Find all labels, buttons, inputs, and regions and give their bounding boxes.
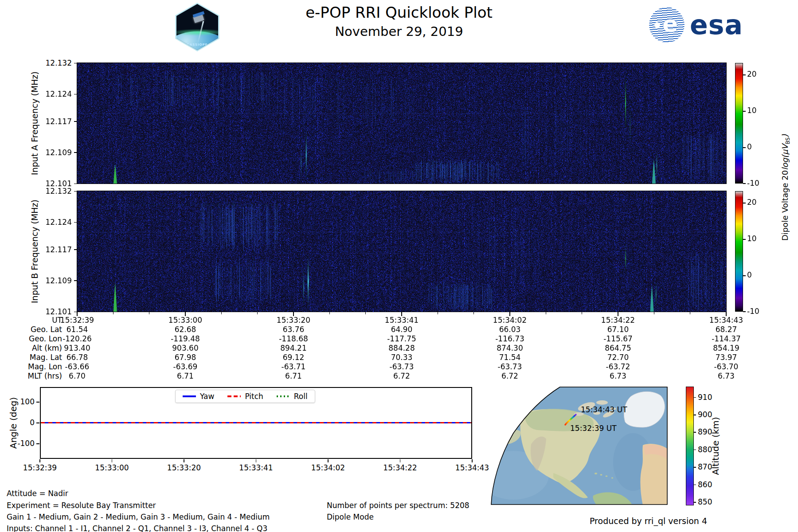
panel-b-frame [77, 191, 727, 312]
freq-tick-mark [74, 280, 77, 281]
legend-label: Pitch [245, 392, 263, 401]
page-title: e-POP RRI Quicklook Plot [305, 4, 493, 21]
table-cell: -116.73 [472, 334, 548, 343]
legend-item-yaw: Yaw [183, 392, 214, 401]
page-date: November 29, 2019 [335, 24, 463, 39]
alt-colorbar-tick-mark [694, 397, 696, 398]
table-cell: -115.67 [580, 334, 656, 343]
table-cell: 68.27 [688, 325, 764, 334]
table-cell: 874.30 [472, 344, 548, 352]
angle-time-tick-mark [328, 459, 329, 462]
footer-gains: Gain 1 - Medium, Gain 2 - Medium, Gain 3… [7, 512, 270, 521]
angle-time-tick-mark [112, 459, 113, 462]
track-end-label: 15:34:43 UT [581, 405, 627, 414]
table-cell: 63.76 [256, 325, 331, 334]
freq-tick-mark [74, 184, 77, 184]
patch-aurora [175, 29, 219, 36]
angle-time-tick-mark [400, 459, 401, 462]
table-cell: 15:32:39 [39, 316, 115, 325]
footer-experiment: Experiment = Resolute Bay Transmitter [7, 501, 156, 510]
table-cell: -63.70 [688, 362, 764, 371]
time-tick-mark [582, 312, 583, 314]
freq-tick-mark [74, 121, 77, 122]
map-carib-2 [600, 474, 602, 476]
angle-tick-mark [36, 443, 39, 444]
altitude-colorbar [686, 387, 694, 505]
legend-item-pitch: Pitch [227, 392, 263, 401]
colorbar-tick-mark [743, 311, 746, 312]
freq-tick-mark [74, 63, 77, 64]
angle-time-tick-mark [256, 459, 257, 462]
cassiope-mission-patch: CASSIOPE [174, 3, 221, 51]
time-tick-mark [438, 312, 438, 314]
table-cell: 66.03 [472, 325, 548, 334]
time-tick-mark [257, 312, 258, 314]
table-cell: 62.68 [148, 325, 223, 334]
alt-colorbar-tick-mark [694, 432, 696, 433]
legend-item-roll: Roll [277, 392, 308, 401]
table-cell: 15:34:43 [688, 316, 764, 325]
alt-colorbar-tick-mark [694, 467, 696, 468]
table-cell: 66.78 [39, 353, 115, 362]
colorbar-tick-mark [743, 275, 746, 276]
alt-colorbar-tick-label: 850 [698, 497, 712, 506]
footer-attitude: Attitude = Nadir [7, 489, 68, 498]
x-tick-label: 15:32:39 [13, 463, 66, 472]
time-tick-mark [329, 312, 330, 314]
table-cell: 854.19 [688, 344, 764, 352]
alt-colorbar-tick-label: 910 [698, 393, 712, 402]
alt-colorbar-tick-label: 890 [698, 427, 712, 436]
angle-tick-mark [36, 422, 39, 423]
alt-colorbar-tick-mark [694, 450, 696, 450]
map-arctic-island-2 [596, 400, 608, 405]
table-cell: 6.73 [580, 372, 656, 380]
table-cell: 70.33 [364, 353, 439, 362]
colorbar-tick-mark [743, 239, 746, 240]
table-cell: -118.68 [256, 334, 331, 343]
colorbar-tick-label: 20 [747, 70, 757, 78]
produced-by: Produced by rri_ql version 4 [532, 516, 707, 526]
alt-colorbar-tick-label: 870 [698, 462, 712, 471]
angle-tick-label: 0 [12, 418, 35, 427]
x-tick-label: 15:34:22 [374, 463, 427, 472]
ground-track-map [487, 387, 669, 505]
legend-solid-line-icon [183, 395, 196, 397]
alt-colorbar-tick-label: 900 [698, 410, 712, 419]
table-cell: 69.12 [256, 353, 331, 362]
colorbar-tick-mark [743, 203, 746, 203]
table-cell: 903.60 [148, 344, 223, 352]
legend-dashed-line-icon [227, 395, 241, 397]
colorbar-tick-mark [743, 183, 746, 184]
table-cell: 6.73 [688, 372, 764, 380]
map-carib-3 [606, 475, 608, 477]
table-cell: -63.71 [256, 362, 331, 371]
x-tick-label: 15:34:43 [446, 463, 499, 472]
freq-tick-label: 12.117 [40, 117, 72, 126]
table-cell: -120.26 [39, 334, 115, 343]
colorbar-tick-label: 10 [747, 234, 757, 243]
colorbar-tick-label: -10 [747, 307, 759, 316]
dipole-colorbar-a [735, 63, 743, 184]
colorbar-tick-mark [743, 74, 746, 75]
freq-tick-label: 12.132 [40, 59, 72, 67]
attitude-legend: YawPitchRoll [175, 390, 315, 403]
colorbar-tick-mark [743, 111, 746, 112]
colorbar-tick-mark [743, 147, 746, 148]
table-cell: -63.69 [148, 362, 223, 371]
time-tick-mark [690, 312, 691, 314]
alt-colorbar-tick-mark [694, 415, 696, 415]
table-cell: 61.54 [39, 325, 115, 334]
table-cell: 64.90 [364, 325, 439, 334]
table-cell: 6.70 [39, 372, 115, 380]
footer-mode: Dipole Mode [327, 512, 374, 521]
table-cell: -117.75 [364, 334, 439, 343]
esa-globe-icon: e [649, 7, 685, 43]
colorbar-tick-label: 20 [747, 198, 757, 207]
colorbar-tick-label: -10 [747, 179, 759, 188]
table-cell: 884.28 [364, 344, 439, 352]
time-tick-mark [654, 312, 655, 314]
freq-tick-mark [74, 222, 77, 223]
freq-tick-label: 12.117 [40, 245, 72, 254]
map-layers [487, 387, 669, 505]
legend-label: Roll [294, 392, 308, 401]
